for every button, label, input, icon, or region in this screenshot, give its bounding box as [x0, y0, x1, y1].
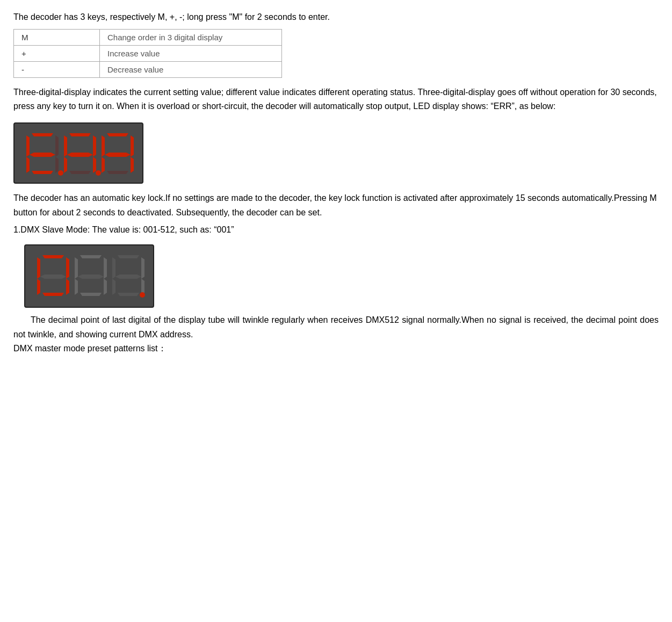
svg-marker-69	[115, 274, 141, 279]
svg-marker-43	[40, 274, 66, 279]
svg-marker-62	[104, 257, 107, 279]
table-row-minus: - Decrease value	[14, 62, 282, 78]
svg-marker-20	[69, 133, 91, 136]
svg-marker-8	[26, 135, 30, 157]
dmx-slave-label: 1.DMX Slave Mode: The value is: 001-512,…	[13, 223, 659, 237]
svg-marker-60	[80, 255, 102, 258]
svg-marker-23	[67, 153, 93, 157]
svg-marker-72	[118, 293, 139, 296]
svg-marker-37	[105, 153, 131, 157]
svg-marker-33	[107, 171, 128, 174]
svg-marker-64	[104, 279, 107, 295]
svg-marker-56	[78, 274, 104, 279]
desc-plus: Increase value	[100, 46, 282, 62]
svg-marker-38	[102, 157, 105, 173]
svg-marker-66	[118, 255, 139, 258]
svg-point-12	[58, 170, 63, 176]
svg-marker-7	[32, 133, 53, 136]
svg-marker-19	[69, 171, 91, 174]
svg-marker-36	[131, 135, 134, 157]
desc-m: Change order in 3 digital display	[100, 30, 282, 46]
svg-marker-73	[141, 257, 144, 279]
dmx-master-label: DMX master mode preset patterns list：	[13, 342, 659, 356]
svg-marker-10	[26, 157, 30, 173]
key-plus: +	[14, 46, 100, 62]
key-m: M	[14, 30, 100, 46]
svg-marker-47	[42, 255, 64, 258]
svg-marker-67	[112, 257, 115, 279]
svg-marker-49	[66, 257, 69, 279]
svg-marker-24	[64, 157, 67, 173]
svg-point-26	[96, 170, 101, 176]
svg-marker-2	[55, 135, 59, 157]
key-minus: -	[14, 62, 100, 78]
svg-marker-21	[64, 135, 67, 157]
table-row-plus: + Increase value	[14, 46, 282, 62]
decimal-point-paragraph: The decimal point of last digital of the…	[13, 313, 659, 342]
svg-marker-48	[37, 257, 40, 279]
svg-marker-50	[37, 279, 40, 295]
svg-marker-11	[32, 171, 53, 174]
svg-marker-35	[102, 135, 105, 157]
desc-minus: Decrease value	[100, 62, 282, 78]
svg-marker-70	[112, 279, 115, 295]
description-overload: Three-digital-display indicates the curr…	[13, 85, 659, 113]
keylock-paragraph: The decoder has an automatic key lock.If…	[13, 191, 659, 220]
svg-marker-5	[55, 157, 59, 173]
svg-marker-25	[93, 157, 96, 173]
svg-marker-22	[93, 135, 96, 157]
svg-marker-51	[66, 279, 69, 295]
table-row-m: M Change order in 3 digital display	[14, 30, 282, 46]
svg-marker-39	[131, 157, 134, 173]
keys-table: M Change order in 3 digital display + In…	[13, 29, 282, 78]
svg-marker-52	[42, 293, 64, 296]
svg-marker-34	[107, 133, 128, 136]
svg-point-75	[140, 292, 145, 298]
svg-marker-63	[75, 279, 78, 295]
svg-marker-65	[80, 293, 102, 296]
svg-marker-61	[75, 257, 78, 279]
err-display	[13, 122, 143, 184]
intro-paragraph: The decoder has 3 keys, respectively M, …	[13, 11, 659, 24]
svg-marker-9	[30, 153, 55, 157]
dmx-display	[24, 244, 154, 308]
